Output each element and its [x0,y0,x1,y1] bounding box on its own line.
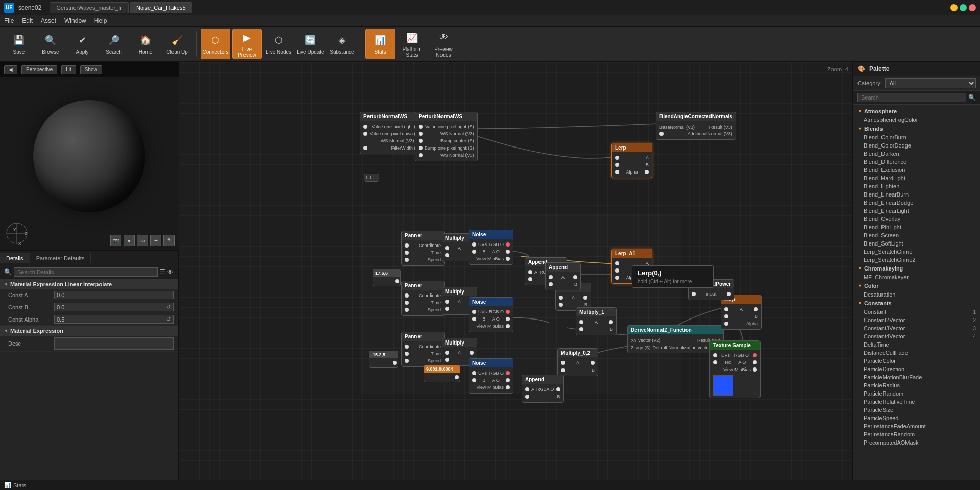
node-val-15[interactable]: -15.2,5 [369,351,398,368]
palette-item-colordodge[interactable]: Blend_ColorDodge [853,141,980,150]
perspective-button[interactable]: Perspective [21,65,57,74]
node-multiply5[interactable]: Multiply_0,2 A B [557,348,598,376]
palette-item-lerp-scratch[interactable]: Lerp_ScratchGrime [853,248,980,256]
desc-value[interactable] [54,337,174,350]
palette-item-perinstancefade[interactable]: PerInstanceFadeAmount [853,422,980,430]
maximize-button[interactable] [960,4,967,11]
substance-button[interactable]: ◈ Substance [327,29,357,59]
desc-input[interactable] [57,340,171,347]
livepreview-button[interactable]: ▶ Live Preview [232,29,262,59]
node-blendNormals[interactable]: BlendAngleCorrectedNormals BaseNormal (V… [656,112,736,140]
menu-window[interactable]: Window [64,17,86,24]
palette-item-perinstancerandom[interactable]: PerInstanceRandom [853,430,980,438]
menu-asset[interactable]: Asset [41,17,56,24]
node-perturbWS1[interactable]: PerturbNormalWS Value one pixel right (S… [360,112,424,154]
palette-item-pinlight[interactable]: Blend_PinLight [853,223,980,231]
palette-item-linearburn[interactable]: Blend_LinearBurn [853,190,980,199]
grid-tool[interactable]: # [163,235,175,246]
menu-help[interactable]: Help [94,17,107,24]
connectors-button[interactable]: ⬡ Connectors [201,29,230,59]
stats-bottom-btn[interactable]: 📊 Stats [4,482,26,488]
node-panner3[interactable]: Panner Coordinate Time Speed [401,332,445,367]
node-perturbWS2[interactable]: PerturbNormalWS Value one pixel right (S… [415,112,478,161]
palette-section-blends[interactable]: ▼ Blends [853,124,980,133]
palette-item-lerp-scratch2[interactable]: Lerp_ScratchGrime2 [853,256,980,264]
section-expression[interactable]: ▼ Material Expression [0,326,178,336]
minimize-button[interactable] [950,4,958,11]
palette-item-darken[interactable]: Blend_Darken [853,150,980,158]
palette-item-constant4[interactable]: Constant4Vector4 [853,332,980,340]
const-b-input[interactable] [57,304,165,310]
show-button[interactable]: Show [80,65,102,74]
node-editor[interactable]: Zoom -4 PerturbNormalWS [179,62,852,480]
palette-item-atmosphericfog[interactable]: AtmosphericFogColor [853,116,980,124]
tab-gerstner[interactable]: GerstnerWaves_master_fr [50,2,129,13]
const-a-input[interactable] [57,292,171,298]
list-view-icon[interactable]: ☰ [160,268,165,276]
palette-item-constant2[interactable]: Constant2Vector2 [853,316,980,324]
palette-item-deltatime[interactable]: DeltaTime [853,340,980,349]
node-multiply3[interactable]: Multiply_1 A B [576,307,617,335]
details-tab[interactable]: Details [0,253,30,263]
palette-item-screen[interactable]: Blend_Screen [853,231,980,239]
node-noise3[interactable]: Noise UVsRGB O BA O View MipBias [469,358,513,394]
palette-item-difference[interactable]: Blend_Difference [853,158,980,166]
apply-button[interactable]: ✔ Apply [67,29,97,59]
save-button[interactable]: 💾 Save [4,29,34,59]
palette-item-chromakeyer[interactable]: MF_Chromakeyer [853,273,980,281]
palette-item-hardlight[interactable]: Blend_HardLight [853,174,980,182]
const-alpha-value[interactable]: ↺ [54,315,174,324]
stats-button[interactable]: 📊 Stats [365,29,395,59]
light-tool[interactable]: ☀ [150,235,161,246]
browse-button[interactable]: 🔍 Browse [36,29,65,59]
node-noise2[interactable]: Noise UVsRGB O BA O View MipBias [469,297,513,332]
node-panner2[interactable]: Panner Coordinate Time Speed [401,281,445,316]
previewnodes-button[interactable]: 👁 Preview Nodes [429,29,458,59]
node-lerp-top[interactable]: Lerp A B Alpha [611,143,652,178]
palette-item-desaturation[interactable]: Desaturation [853,290,980,299]
eye-icon[interactable]: 👁 [167,268,174,276]
tab-noise[interactable]: Noise_Car_Flakes5 [130,2,192,13]
palette-item-particlesize[interactable]: ParticleSize [853,406,980,414]
node-ll[interactable]: LL [364,174,379,182]
palette-section-chromakeying[interactable]: ▼ Chromakeying [853,264,980,273]
palette-item-colorburn[interactable]: Blend_ColorBurn [853,133,980,141]
palette-item-particlemotionblur[interactable]: ParticleMotionBlurFade [853,373,980,381]
node-val-17[interactable]: 17.6,6 [373,269,401,286]
palette-item-particleradius[interactable]: ParticleRadius [853,381,980,389]
livenodes-button[interactable]: ⬡ Live Nodes [264,29,293,59]
platformstats-button[interactable]: 📈 Platform Stats [397,29,427,59]
palette-section-constants[interactable]: ▼ Constants [853,299,980,308]
const-b-value[interactable]: ↺ [54,303,174,311]
const-b-reset[interactable]: ↺ [166,304,171,310]
palette-item-particlerelativetime[interactable]: ParticleRelativeTime [853,398,980,406]
plane-tool[interactable]: ▭ [137,235,148,246]
palette-search-input[interactable] [857,93,966,102]
const-alpha-reset[interactable]: ↺ [166,316,171,323]
palette-item-overlay[interactable]: Blend_Overlay [853,215,980,223]
sphere-tool[interactable]: ● [124,235,135,246]
close-button[interactable] [969,4,976,11]
section-linear-interp[interactable]: ▼ Material Expression Linear Interpolate [0,279,178,289]
const-alpha-input[interactable] [57,316,165,323]
palette-section-color[interactable]: ▼ Color [853,281,980,290]
palette-item-particlecolor[interactable]: ParticleColor [853,357,980,365]
palette-section-atmosphere[interactable]: ▼ Atmosphere [853,107,980,116]
viewport[interactable]: ◀ Perspective Lit Show Y X Z 📷 ● [0,62,179,251]
node-panner1[interactable]: Panner Coordinate Time Speed [401,231,445,266]
camera-tool[interactable]: 📷 [110,235,121,246]
palette-item-lighten[interactable]: Blend_Lighten [853,182,980,190]
menu-file[interactable]: File [4,17,14,24]
palette-item-linearlight[interactable]: Blend_LinearLight [853,207,980,215]
palette-item-constant3[interactable]: Constant3Vector3 [853,324,980,332]
node-append3[interactable]: Append ARGBA O B [522,375,564,403]
palette-item-distancecullfade[interactable]: DistanceCullFade [853,349,980,357]
palette-item-particlerandom[interactable]: ParticleRandom [853,389,980,398]
node-val-001[interactable]: 9.001,0.0064 [424,365,460,382]
palette-item-precomputedao[interactable]: PrecomputedAOMask [853,438,980,447]
palette-item-particledirection[interactable]: ParticleDirection [853,365,980,373]
menu-edit[interactable]: Edit [22,17,33,24]
palette-item-lineardodge[interactable]: Blend_LinearDodge [853,199,980,207]
palette-item-softlight[interactable]: Blend_SoftLight [853,239,980,248]
node-texture-sample[interactable]: Texture Sample UVsRGB O TexA O View MipB… [709,340,761,398]
